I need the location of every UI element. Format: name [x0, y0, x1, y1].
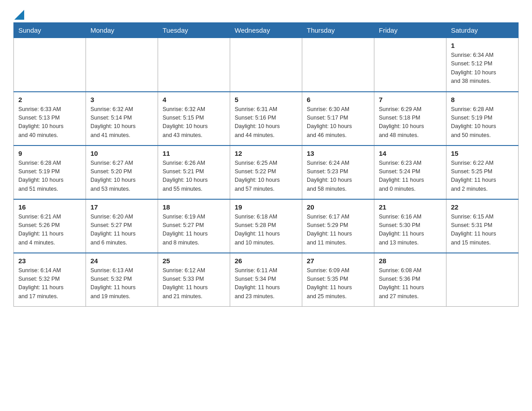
calendar-cell: 13Sunrise: 6:24 AM Sunset: 5:23 PM Dayli… [302, 146, 374, 199]
day-info: Sunrise: 6:21 AM Sunset: 5:26 PM Dayligh… [18, 213, 81, 248]
calendar-cell: 18Sunrise: 6:19 AM Sunset: 5:27 PM Dayli… [158, 199, 230, 253]
calendar-cell [86, 38, 158, 92]
page-header [13, 11, 519, 18]
logo-triangle-icon [14, 10, 24, 20]
calendar-cell: 8Sunrise: 6:28 AM Sunset: 5:19 PM Daylig… [446, 92, 519, 146]
day-info: Sunrise: 6:31 AM Sunset: 5:16 PM Dayligh… [235, 105, 297, 140]
logo [13, 11, 24, 18]
day-info: Sunrise: 6:08 AM Sunset: 5:36 PM Dayligh… [379, 266, 442, 301]
calendar-cell: 16Sunrise: 6:21 AM Sunset: 5:26 PM Dayli… [14, 199, 86, 253]
day-number: 1 [451, 42, 514, 49]
calendar-cell: 15Sunrise: 6:22 AM Sunset: 5:25 PM Dayli… [446, 146, 519, 199]
day-info: Sunrise: 6:13 AM Sunset: 5:32 PM Dayligh… [90, 266, 153, 301]
calendar-cell: 20Sunrise: 6:17 AM Sunset: 5:29 PM Dayli… [302, 199, 374, 253]
calendar-cell: 12Sunrise: 6:25 AM Sunset: 5:22 PM Dayli… [230, 146, 302, 199]
day-number: 17 [90, 203, 153, 211]
calendar-table: SundayMondayTuesdayWednesdayThursdayFrid… [13, 22, 519, 307]
day-info: Sunrise: 6:18 AM Sunset: 5:28 PM Dayligh… [235, 213, 297, 248]
calendar-week-row: 16Sunrise: 6:21 AM Sunset: 5:26 PM Dayli… [14, 199, 519, 253]
day-number: 13 [307, 150, 369, 157]
weekday-header-friday: Friday [374, 23, 446, 38]
calendar-cell: 19Sunrise: 6:18 AM Sunset: 5:28 PM Dayli… [230, 199, 302, 253]
day-number: 25 [163, 257, 225, 265]
day-info: Sunrise: 6:11 AM Sunset: 5:34 PM Dayligh… [235, 266, 297, 301]
day-info: Sunrise: 6:12 AM Sunset: 5:33 PM Dayligh… [163, 266, 225, 301]
calendar-week-row: 1Sunrise: 6:34 AM Sunset: 5:12 PM Daylig… [14, 38, 519, 92]
calendar-cell: 22Sunrise: 6:15 AM Sunset: 5:31 PM Dayli… [446, 199, 519, 253]
calendar-week-row: 2Sunrise: 6:33 AM Sunset: 5:13 PM Daylig… [14, 92, 519, 146]
calendar-cell: 21Sunrise: 6:16 AM Sunset: 5:30 PM Dayli… [374, 199, 446, 253]
weekday-header-thursday: Thursday [302, 23, 374, 38]
calendar-cell: 11Sunrise: 6:26 AM Sunset: 5:21 PM Dayli… [158, 146, 230, 199]
day-info: Sunrise: 6:29 AM Sunset: 5:18 PM Dayligh… [379, 105, 442, 140]
day-info: Sunrise: 6:34 AM Sunset: 5:12 PM Dayligh… [451, 51, 514, 86]
day-info: Sunrise: 6:24 AM Sunset: 5:23 PM Dayligh… [307, 159, 369, 194]
calendar-cell [374, 38, 446, 92]
calendar-week-row: 23Sunrise: 6:14 AM Sunset: 5:32 PM Dayli… [14, 253, 519, 307]
day-info: Sunrise: 6:26 AM Sunset: 5:21 PM Dayligh… [163, 159, 225, 194]
day-number: 6 [307, 96, 369, 103]
day-number: 18 [163, 203, 225, 211]
calendar-cell: 1Sunrise: 6:34 AM Sunset: 5:12 PM Daylig… [446, 38, 519, 92]
day-number: 26 [235, 257, 297, 265]
calendar-week-row: 9Sunrise: 6:28 AM Sunset: 5:19 PM Daylig… [14, 146, 519, 199]
day-number: 7 [379, 96, 442, 103]
day-number: 16 [18, 203, 81, 211]
day-number: 21 [379, 203, 442, 211]
calendar-cell: 25Sunrise: 6:12 AM Sunset: 5:33 PM Dayli… [158, 253, 230, 307]
calendar-cell [14, 38, 86, 92]
calendar-cell: 17Sunrise: 6:20 AM Sunset: 5:27 PM Dayli… [86, 199, 158, 253]
calendar-cell: 2Sunrise: 6:33 AM Sunset: 5:13 PM Daylig… [14, 92, 86, 146]
day-info: Sunrise: 6:16 AM Sunset: 5:30 PM Dayligh… [379, 213, 442, 248]
weekday-header-tuesday: Tuesday [158, 23, 230, 38]
calendar-cell: 10Sunrise: 6:27 AM Sunset: 5:20 PM Dayli… [86, 146, 158, 199]
day-info: Sunrise: 6:15 AM Sunset: 5:31 PM Dayligh… [451, 213, 514, 248]
day-number: 19 [235, 203, 297, 211]
calendar-cell: 9Sunrise: 6:28 AM Sunset: 5:19 PM Daylig… [14, 146, 86, 199]
day-number: 12 [235, 150, 297, 157]
day-number: 11 [163, 150, 225, 157]
day-info: Sunrise: 6:32 AM Sunset: 5:14 PM Dayligh… [90, 105, 153, 140]
day-info: Sunrise: 6:30 AM Sunset: 5:17 PM Dayligh… [307, 105, 369, 140]
day-number: 23 [18, 257, 81, 265]
day-number: 27 [307, 257, 369, 265]
day-info: Sunrise: 6:27 AM Sunset: 5:20 PM Dayligh… [90, 159, 153, 194]
day-info: Sunrise: 6:17 AM Sunset: 5:29 PM Dayligh… [307, 213, 369, 248]
calendar-cell: 28Sunrise: 6:08 AM Sunset: 5:36 PM Dayli… [374, 253, 446, 307]
day-number: 3 [90, 96, 153, 103]
day-info: Sunrise: 6:22 AM Sunset: 5:25 PM Dayligh… [451, 159, 514, 194]
calendar-cell [302, 38, 374, 92]
weekday-header-row: SundayMondayTuesdayWednesdayThursdayFrid… [14, 23, 519, 38]
calendar-cell: 26Sunrise: 6:11 AM Sunset: 5:34 PM Dayli… [230, 253, 302, 307]
calendar-cell: 24Sunrise: 6:13 AM Sunset: 5:32 PM Dayli… [86, 253, 158, 307]
calendar-cell: 4Sunrise: 6:32 AM Sunset: 5:15 PM Daylig… [158, 92, 230, 146]
calendar-cell: 7Sunrise: 6:29 AM Sunset: 5:18 PM Daylig… [374, 92, 446, 146]
day-number: 2 [18, 96, 81, 103]
day-number: 24 [90, 257, 153, 265]
calendar-cell: 23Sunrise: 6:14 AM Sunset: 5:32 PM Dayli… [14, 253, 86, 307]
day-number: 4 [163, 96, 225, 103]
day-number: 5 [235, 96, 297, 103]
calendar-cell [446, 253, 519, 307]
weekday-header-sunday: Sunday [14, 23, 86, 38]
calendar-cell: 6Sunrise: 6:30 AM Sunset: 5:17 PM Daylig… [302, 92, 374, 146]
day-number: 28 [379, 257, 442, 265]
calendar-cell: 14Sunrise: 6:23 AM Sunset: 5:24 PM Dayli… [374, 146, 446, 199]
calendar-cell [158, 38, 230, 92]
day-info: Sunrise: 6:32 AM Sunset: 5:15 PM Dayligh… [163, 105, 225, 140]
day-number: 14 [379, 150, 442, 157]
calendar-cell: 27Sunrise: 6:09 AM Sunset: 5:35 PM Dayli… [302, 253, 374, 307]
weekday-header-wednesday: Wednesday [230, 23, 302, 38]
calendar-cell: 5Sunrise: 6:31 AM Sunset: 5:16 PM Daylig… [230, 92, 302, 146]
day-info: Sunrise: 6:25 AM Sunset: 5:22 PM Dayligh… [235, 159, 297, 194]
day-info: Sunrise: 6:28 AM Sunset: 5:19 PM Dayligh… [18, 159, 81, 194]
day-info: Sunrise: 6:20 AM Sunset: 5:27 PM Dayligh… [90, 213, 153, 248]
day-number: 9 [18, 150, 81, 157]
calendar-cell: 3Sunrise: 6:32 AM Sunset: 5:14 PM Daylig… [86, 92, 158, 146]
day-number: 10 [90, 150, 153, 157]
day-info: Sunrise: 6:28 AM Sunset: 5:19 PM Dayligh… [451, 105, 514, 140]
day-info: Sunrise: 6:33 AM Sunset: 5:13 PM Dayligh… [18, 105, 81, 140]
svg-marker-0 [14, 10, 24, 20]
day-info: Sunrise: 6:14 AM Sunset: 5:32 PM Dayligh… [18, 266, 81, 301]
calendar-cell [230, 38, 302, 92]
